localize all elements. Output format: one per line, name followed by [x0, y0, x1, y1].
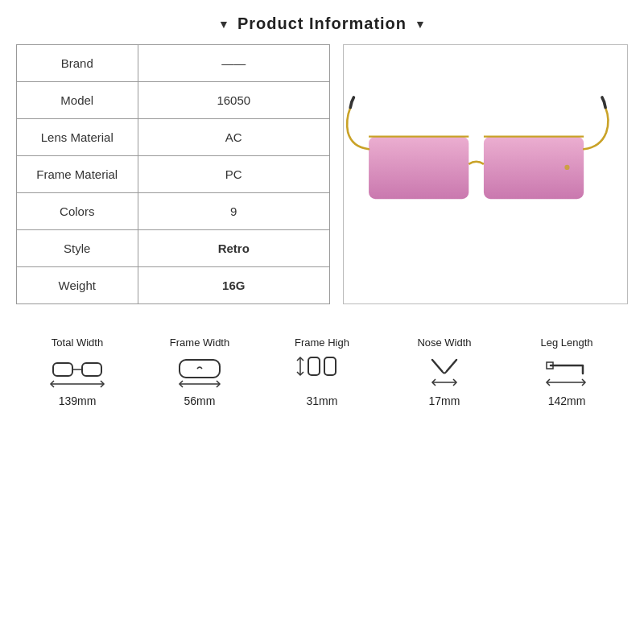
table-value-3: PC: [138, 156, 329, 193]
dim-leg-length-value: 142mm: [548, 394, 586, 407]
dim-frame-width: Frame Width 56mm: [138, 336, 261, 407]
table-row: Brand——: [17, 45, 329, 82]
table-row: Colors9: [17, 193, 329, 230]
table-label-0: Brand: [17, 45, 138, 82]
svg-rect-10: [308, 357, 320, 375]
table-value-5: Retro: [138, 230, 329, 267]
table-label-1: Model: [17, 82, 138, 119]
svg-rect-6: [82, 363, 101, 376]
table-row: Weight16G: [17, 267, 329, 304]
dim-nose-width-value: 17mm: [429, 394, 460, 407]
table-value-4: 9: [138, 193, 329, 230]
total-width-icon: [49, 353, 105, 390]
table-label-3: Frame Material: [17, 156, 138, 193]
svg-rect-8: [180, 360, 220, 378]
table-value-1: 16050: [138, 82, 329, 119]
table-label-2: Lens Material: [17, 119, 138, 156]
leg-length-icon: [539, 353, 595, 390]
frame-width-icon: [171, 353, 228, 390]
svg-rect-11: [324, 357, 336, 375]
arrow-right-icon: ▼: [415, 18, 426, 31]
table-label-6: Weight: [17, 267, 138, 304]
svg-rect-0: [369, 137, 469, 200]
dim-leg-length: Leg Length 142mm: [506, 336, 628, 407]
dim-frame-width-label: Frame Width: [170, 336, 229, 349]
dim-total-width-label: Total Width: [52, 336, 103, 349]
nose-width-icon: [416, 353, 473, 390]
dim-frame-width-value: 56mm: [184, 394, 216, 407]
table-row: Model16050: [17, 82, 329, 119]
table-row: Frame MaterialPC: [17, 156, 329, 193]
dim-nose-width: Nose Width 17mm: [383, 336, 506, 407]
dim-total-width: Total Width 139mm: [16, 336, 138, 407]
dim-frame-high: Frame High 31mm: [261, 336, 383, 407]
info-table-wrapper: Brand——Model16050Lens MaterialACFrame Ma…: [16, 44, 330, 304]
arrow-left-icon: ▼: [218, 18, 229, 31]
page-wrapper: ▼ Product Information ▼ Brand——Model1605…: [0, 0, 644, 644]
dim-nose-width-label: Nose Width: [417, 336, 471, 349]
dim-total-width-value: 139mm: [59, 394, 97, 407]
table-row: StyleRetro: [17, 230, 329, 267]
sunglasses-image: [344, 74, 627, 274]
table-value-2: AC: [138, 119, 329, 156]
table-value-6: 16G: [138, 267, 329, 304]
page-header: ▼ Product Information ▼: [16, 8, 628, 44]
table-row: Lens MaterialAC: [17, 119, 329, 156]
product-image-area: [343, 44, 628, 304]
svg-point-4: [564, 165, 569, 170]
dim-frame-high-label: Frame High: [295, 336, 349, 349]
svg-rect-5: [53, 363, 72, 376]
info-table: Brand——Model16050Lens MaterialACFrame Ma…: [17, 45, 329, 303]
frame-high-icon: [294, 353, 350, 390]
dim-leg-length-label: Leg Length: [540, 336, 592, 349]
page-title: Product Information: [237, 14, 407, 33]
dimensions-section: Total Width 139mm Frame Width: [16, 328, 628, 407]
dim-frame-high-value: 31mm: [307, 394, 338, 407]
table-label-4: Colors: [17, 193, 138, 230]
main-content: Brand——Model16050Lens MaterialACFrame Ma…: [16, 44, 628, 304]
table-label-5: Style: [17, 230, 138, 267]
table-value-0: ——: [138, 45, 329, 82]
